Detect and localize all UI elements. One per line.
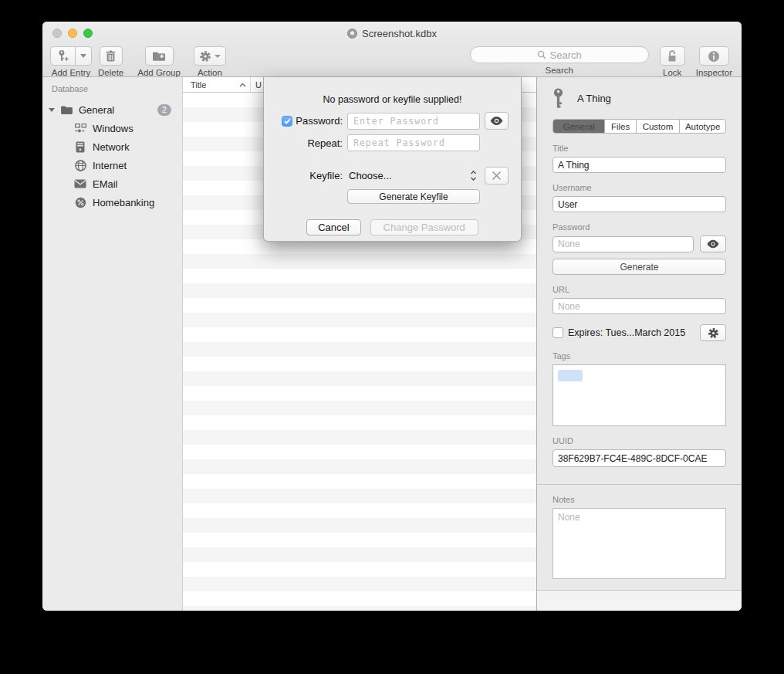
add-group-group: Add Group <box>137 46 181 77</box>
inspector-button[interactable] <box>699 46 729 66</box>
generate-keyfile-button[interactable]: Generate Keyfile <box>347 189 480 204</box>
info-icon <box>708 50 720 63</box>
delete-button[interactable] <box>100 46 123 66</box>
column-header-username[interactable]: U <box>251 80 262 90</box>
sidebar-item-label: Internet <box>93 160 127 171</box>
username-field-label: Username <box>553 183 726 192</box>
add-group-label: Add Group <box>137 68 181 77</box>
action-group: Action <box>194 46 226 77</box>
entry-count-badge: 2 <box>157 104 171 116</box>
inspector-label: Inspector <box>696 68 732 77</box>
trash-icon <box>106 50 116 62</box>
sidebar-item-email[interactable]: EMail <box>42 174 182 193</box>
lock-group: Lock <box>660 46 685 77</box>
inspector-toggle-group: Inspector <box>696 46 732 77</box>
window-chrome: Screenshot.kdbx <box>42 22 742 77</box>
tab-custom[interactable]: Custom <box>636 120 680 133</box>
disclosure-triangle-icon[interactable] <box>49 108 55 112</box>
sidebar-item-windows[interactable]: Windows <box>42 119 182 137</box>
keyfile-popup-value: Choose... <box>349 170 392 181</box>
notes-field[interactable] <box>553 508 726 579</box>
sidebar-item-label: Windows <box>93 123 133 134</box>
keyfile-popup[interactable]: Choose... <box>347 170 480 181</box>
change-password-button[interactable]: Change Password <box>370 219 478 235</box>
inspector-footer <box>537 590 742 611</box>
keyfile-row-label: Keyfile: <box>264 170 343 181</box>
toolbar: Add Entry Delete <box>42 45 742 77</box>
search-group: Search Search <box>470 46 649 75</box>
tab-autotype[interactable]: Autotype <box>679 120 725 133</box>
percent-circle-icon <box>73 197 87 208</box>
reveal-password-button[interactable] <box>485 112 509 130</box>
document-icon <box>347 29 357 39</box>
password-field[interactable] <box>553 236 694 252</box>
inspector-tabs: General Files Custom Autotype <box>553 119 726 134</box>
tab-general[interactable]: General <box>553 120 604 133</box>
add-group-button[interactable] <box>145 46 174 66</box>
sidebar-header: Database <box>42 84 182 93</box>
tab-files[interactable]: Files <box>604 120 635 133</box>
sidebar-item-general[interactable]: General 2 <box>42 100 182 119</box>
url-field-label: URL <box>553 285 726 294</box>
envelope-icon <box>73 179 87 188</box>
repeat-password-field[interactable] <box>347 134 480 151</box>
unlocked-padlock-icon <box>667 50 678 63</box>
globe-icon <box>73 160 87 171</box>
key-plus-icon <box>57 49 69 63</box>
gear-icon <box>199 50 211 63</box>
expires-row: Expires: Tues...March 2015 <box>553 324 726 341</box>
cancel-button[interactable]: Cancel <box>306 219 360 235</box>
sheet-message: No password or keyfile supplied! <box>264 94 521 105</box>
add-entry-button[interactable] <box>50 46 76 66</box>
enter-password-field[interactable] <box>347 113 480 130</box>
notes-label: Notes <box>553 495 726 504</box>
popup-chevrons-icon <box>470 170 477 181</box>
sidebar-item-label: Homebanking <box>93 197 154 208</box>
password-checkbox[interactable] <box>282 116 292 127</box>
uuid-label: UUID <box>553 436 726 445</box>
generate-password-button[interactable]: Generate <box>553 259 726 275</box>
sidebar: Database General 2 <box>42 77 183 611</box>
windows-network-icon <box>73 123 87 134</box>
sidebar-item-homebanking[interactable]: Homebanking <box>42 193 182 212</box>
gear-icon <box>708 327 719 339</box>
reveal-password-button[interactable] <box>700 235 726 252</box>
expiry-settings-button[interactable] <box>700 324 726 341</box>
add-entry-group: Add Entry <box>50 46 92 77</box>
sidebar-item-label: General <box>79 104 114 116</box>
title-field-label: Title <box>553 144 726 153</box>
expires-checkbox[interactable] <box>553 327 563 338</box>
title-field[interactable] <box>553 157 726 173</box>
chevron-down-icon <box>215 55 221 58</box>
password-row-label: Password: <box>264 115 343 127</box>
search-label: Search <box>545 66 573 75</box>
delete-group: Delete <box>98 46 123 77</box>
username-field[interactable] <box>553 196 726 212</box>
sort-ascending-icon <box>239 83 246 87</box>
sidebar-item-label: Network <box>93 141 130 153</box>
lock-button[interactable] <box>660 46 685 66</box>
sidebar-item-internet[interactable]: Internet <box>42 156 182 174</box>
tags-label: Tags <box>553 351 726 361</box>
tag-pill[interactable] <box>558 370 583 381</box>
repeat-row-label: Repeat: <box>264 137 343 149</box>
divider <box>537 484 742 485</box>
eye-icon <box>489 116 504 126</box>
clear-keyfile-button[interactable] <box>485 167 509 185</box>
add-entry-dropdown-button[interactable] <box>76 46 92 66</box>
search-input[interactable]: Search <box>470 46 649 63</box>
tags-field[interactable] <box>553 364 726 426</box>
url-field[interactable] <box>553 298 726 314</box>
window-title-group: Screenshot.kdbx <box>42 22 742 45</box>
action-button[interactable] <box>194 46 226 66</box>
uuid-field[interactable] <box>553 449 726 467</box>
inspector-panel: A Thing General Files Custom Autotype Ti… <box>536 77 742 611</box>
column-header-title[interactable]: Title <box>183 77 251 92</box>
eye-icon <box>706 239 720 249</box>
chevron-down-icon <box>80 54 86 58</box>
folder-plus-icon <box>152 51 166 62</box>
search-placeholder: Search <box>550 49 582 61</box>
sidebar-item-network[interactable]: Network <box>42 137 182 156</box>
app-window: Screenshot.kdbx <box>42 22 742 611</box>
title-bar[interactable]: Screenshot.kdbx <box>42 22 742 45</box>
